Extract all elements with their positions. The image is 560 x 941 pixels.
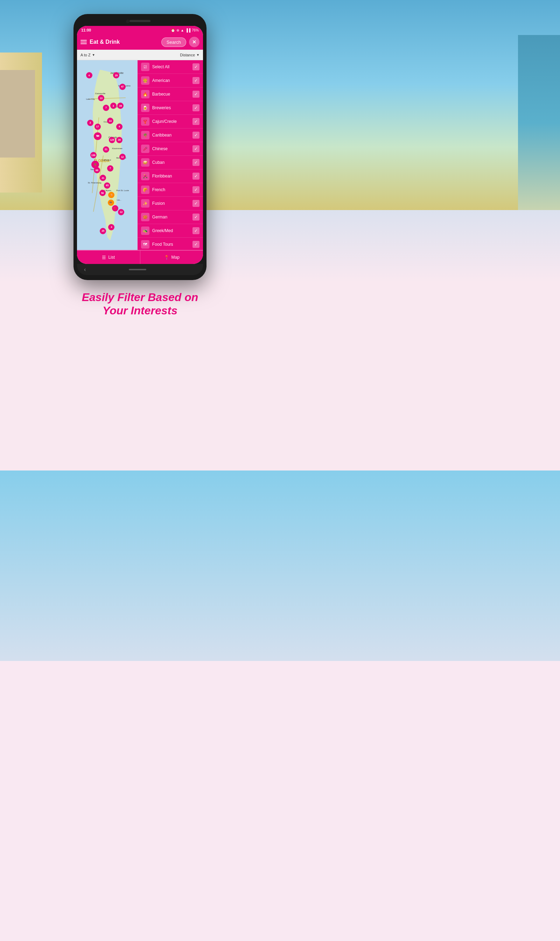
filter-item-6[interactable]: 🥢Chinese✓ — [138, 142, 203, 156]
filter-item-10[interactable]: ✨Fusion✓ — [138, 197, 203, 210]
map-pin-10[interactable]: 17 — [94, 123, 101, 130]
filter-item-9[interactable]: 🥐French✓ — [138, 183, 203, 197]
sort-bar: A to Z ▼ Distance ▼ — [77, 50, 203, 60]
map-pin-24[interactable]: ⭕ — [112, 205, 118, 211]
filter-item-1[interactable]: 🍔American✓ — [138, 74, 203, 88]
filter-label-10: Fusion — [152, 201, 192, 206]
map-pin-13[interactable]: 26 — [116, 137, 123, 143]
map-pin-7[interactable]: 2 — [87, 120, 94, 126]
filter-check-13[interactable]: ✓ — [192, 241, 200, 248]
filter-check-7[interactable]: ✓ — [192, 159, 200, 166]
hamburger-button[interactable] — [80, 40, 87, 44]
sort-az-chevron: ▼ — [92, 53, 95, 57]
phone-notch — [77, 17, 203, 25]
battery-status: 76% — [192, 28, 199, 32]
filter-check-12[interactable]: ✓ — [192, 227, 200, 234]
map-pin-14[interactable]: 21 — [103, 146, 109, 152]
map-pin-6[interactable]: 7 — [103, 105, 109, 111]
filter-icon-11: 🥨 — [141, 213, 149, 221]
sort-az-label: A to Z — [80, 53, 91, 57]
map-pin-icon: 📍 — [164, 255, 169, 260]
map-pin-5[interactable]: 39 — [117, 103, 123, 109]
map-pin-8[interactable]: 14 — [107, 118, 114, 124]
map-pin-2[interactable]: 47 — [119, 84, 126, 90]
filter-check-4[interactable]: ✓ — [192, 118, 200, 125]
map-panel: FLORIDA 42947133397214417🍽12526211991278… — [77, 60, 138, 250]
filter-check-8[interactable]: ✓ — [192, 172, 200, 180]
filter-icon-13: 🗺 — [141, 240, 149, 248]
filter-item-8[interactable]: 🌺Floribbean✓ — [138, 169, 203, 183]
lakecity-label: Lake City — [86, 98, 95, 100]
map-pin-1[interactable]: 29 — [113, 72, 119, 79]
filter-check-3[interactable]: ✓ — [192, 104, 200, 111]
map-pin-25[interactable]: 12 — [118, 209, 124, 215]
filter-item-11[interactable]: 🥨German✓ — [138, 210, 203, 224]
filter-item-12[interactable]: 🫒Greek/Med✓ — [138, 224, 203, 238]
filter-check-0[interactable]: ✓ — [192, 63, 200, 70]
sort-az-button[interactable]: A to Z ▼ — [80, 53, 95, 57]
map-pin-15[interactable]: 199 — [90, 152, 97, 158]
search-button[interactable]: Search — [162, 37, 186, 47]
filter-check-10[interactable]: ✓ — [192, 200, 200, 207]
map-pin-16[interactable]: 12 — [119, 154, 126, 160]
filter-icon-7: 🥪 — [141, 158, 149, 166]
map-pin-20[interactable]: 65 — [104, 182, 110, 189]
map-pin-28[interactable]: 🌴 — [91, 161, 99, 168]
map-pin-17[interactable]: 7 — [107, 165, 114, 171]
sort-distance-button[interactable]: Distance ▼ — [180, 53, 200, 57]
filter-check-2[interactable]: ✓ — [192, 91, 200, 98]
map-pin-23[interactable]: 58 — [99, 190, 106, 196]
filter-icon-2: 🔥 — [141, 90, 149, 99]
app-title: Eat & Drink — [89, 39, 158, 45]
filter-item-0[interactable]: ☑Select All✓ — [138, 60, 203, 74]
status-bar: 11:00 ⏰ ⊕ ▲ ▐▐ 76% — [77, 26, 203, 34]
filter-item-13[interactable]: 🗺Food Tours✓ — [138, 238, 203, 250]
phone-bottom-bar: ‹ — [77, 264, 203, 275]
back-button[interactable]: ‹ — [84, 266, 86, 273]
map-pin-4[interactable]: 3 — [110, 103, 117, 109]
filter-check-9[interactable]: ✓ — [192, 186, 200, 193]
filter-icon-3: 🍺 — [141, 104, 149, 112]
filter-item-5[interactable]: 🌴Caribbean✓ — [138, 128, 203, 142]
map-pin-22[interactable]: 🍩 — [108, 200, 114, 206]
wifi-icon: ▲ — [181, 28, 184, 32]
map-pin-21[interactable]: 🍕 — [108, 192, 114, 198]
close-icon: ✕ — [192, 39, 196, 45]
tagline-line1: Easily Filter Based on Your Interests — [82, 291, 198, 317]
filter-check-5[interactable]: ✓ — [192, 132, 200, 139]
filter-item-7[interactable]: 🥪Cuban✓ — [138, 156, 203, 169]
phone-body: 11:00 ⏰ ⊕ ▲ ▐▐ 76% Eat & Drink Search — [74, 14, 206, 280]
filter-icon-1: 🍔 — [141, 76, 149, 85]
map-pin-11[interactable]: 🍽 — [94, 132, 102, 140]
phone-screen: 11:00 ⏰ ⊕ ▲ ▐▐ 76% Eat & Drink Search — [77, 26, 203, 264]
status-icons: ⏰ ⊕ ▲ ▐▐ 76% — [171, 28, 199, 32]
filter-label-9: French — [152, 187, 192, 192]
filter-check-1[interactable]: ✓ — [192, 77, 200, 84]
map-pin-26[interactable]: 4 — [108, 224, 114, 230]
map-pin-19[interactable]: 21 — [100, 175, 106, 181]
map-pin-3[interactable]: 13 — [98, 95, 104, 101]
filter-item-4[interactable]: 🦞Cajun/Creole✓ — [138, 115, 203, 128]
map-pin-0[interactable]: 4 — [86, 72, 92, 79]
phone-speaker — [129, 20, 151, 22]
lakeland-label: Lakeland — [103, 159, 111, 161]
filter-label-4: Cajun/Creole — [152, 119, 192, 124]
filter-check-11[interactable]: ✓ — [192, 214, 200, 220]
filter-label-2: Barbecue — [152, 92, 192, 97]
list-icon: ☰ — [102, 255, 106, 260]
map-pin-9[interactable]: 4 — [116, 123, 123, 130]
filter-item-3[interactable]: 🍺Breweries✓ — [138, 101, 203, 115]
portstlucie-label: Port St. Lucie — [116, 189, 129, 191]
close-button[interactable]: ✕ — [189, 37, 200, 47]
filter-item-2[interactable]: 🔥Barbecue✓ — [138, 88, 203, 101]
filter-label-5: Caribbean — [152, 133, 192, 137]
map-pin-12[interactable]: 125 — [109, 137, 115, 143]
filter-check-6[interactable]: ✓ — [192, 145, 200, 152]
list-label: List — [108, 255, 115, 260]
map-nav-button[interactable]: 📍 Map — [140, 251, 203, 264]
filter-label-8: Floribbean — [152, 174, 192, 179]
list-nav-button[interactable]: ☰ List — [77, 251, 140, 264]
home-pill[interactable] — [129, 269, 146, 270]
map-pin-27[interactable]: 25 — [100, 228, 106, 234]
lau-label: Lau... — [117, 199, 122, 201]
